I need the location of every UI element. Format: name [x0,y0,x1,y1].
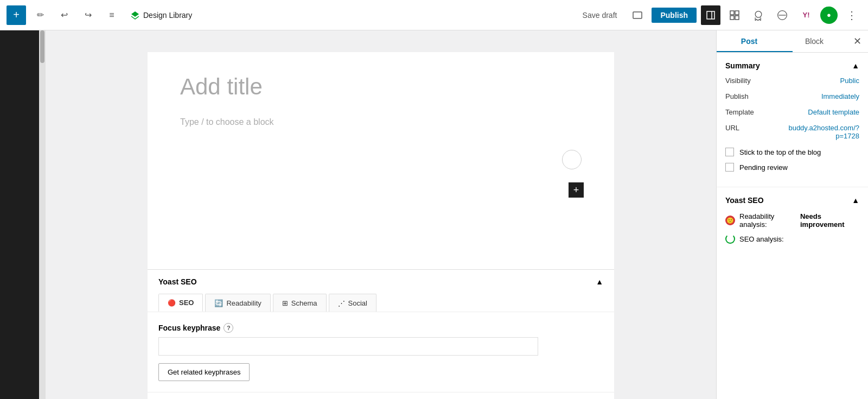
right-sidebar: Post Block ✕ Summary ▲ Visibility Public [716,30,868,399]
template-row: Template Default template [725,108,859,116]
get-related-keyphrases-button[interactable]: Get related keyphrases [158,363,250,381]
svg-point-7 [755,11,762,17]
stick-to-top-row: Stick to the top of the blog [725,148,859,156]
avatar-icon[interactable]: ● [820,7,838,24]
yoast-tab-schema[interactable]: ⊞ Schema [273,294,327,312]
focus-keyphrase-input[interactable] [158,337,538,356]
pending-review-checkbox[interactable] [725,163,734,172]
visibility-value[interactable]: Public [840,77,859,85]
preview-button[interactable] [628,5,647,25]
toolbar: + ✏ ↩ ↪ ≡ Design Library Save draft Publ… [0,0,868,30]
add-block-inline[interactable]: + [569,182,584,198]
publish-label: Publish [725,92,749,100]
svg-rect-6 [735,16,739,20]
schema-tab-label: Schema [291,299,317,307]
post-title-placeholder[interactable]: Add title [180,74,582,100]
publish-row: Publish Immediately [725,92,859,100]
yoast-collapse-icon[interactable]: ▲ [596,277,603,286]
list-view-button[interactable]: ≡ [102,5,122,25]
yoast-seo-collapse-icon[interactable]: ▲ [852,196,859,205]
tab-block[interactable]: Block [782,30,847,52]
url-row: URL buddy.a2hosted.com/?p=1728 [725,124,859,140]
yoast-header[interactable]: Yoast SEO ▲ [148,270,614,294]
design-library-button[interactable]: Design Library [126,8,196,22]
sidebar-layout-icon [706,11,715,20]
stick-to-top-checkbox[interactable] [725,148,734,156]
yoast-tab-seo[interactable]: 🔴 SEO [158,294,203,312]
editor-canvas: Add title Type / to choose a block + [148,52,614,269]
focus-keyphrase-label: Focus keyphrase ? [158,323,603,333]
editor-region: Add title Type / to choose a block + Yoa… [39,30,716,399]
yoast-header-label: Yoast SEO [158,277,197,286]
sidebar-content: Summary ▲ Visibility Public Publish Imme… [717,53,868,399]
readability-analysis-row: 🙁 Readability analysis: Needs improvemen… [725,212,859,229]
circle-icon-button[interactable] [773,5,792,25]
yoast-tab-social[interactable]: ⋰ Social [329,294,376,312]
block-placeholder[interactable]: Type / to choose a block [180,113,274,131]
brush-icon[interactable]: ✏ [30,5,50,25]
redo-button[interactable]: ↪ [78,5,98,25]
summary-section-header: Summary ▲ [725,61,859,70]
readability-analysis-label: Readability analysis: [739,212,796,229]
readability-tab-icon: 🔄 [214,299,223,307]
ghost-icon-button[interactable] [749,5,768,25]
seo-tab-icon: 🔴 [168,299,176,307]
url-value[interactable]: buddy.a2hosted.com/?p=1728 [773,124,859,140]
add-block-toolbar-button[interactable]: + [7,5,26,25]
seo-tab-label: SEO [179,299,194,307]
schema-tab-icon: ⊞ [282,299,288,307]
template-value[interactable]: Default template [808,108,859,116]
prohibition-icon [777,10,788,21]
undo-button[interactable]: ↩ [54,5,74,25]
design-library-icon [130,10,140,20]
pending-review-label: Pending review [739,163,788,172]
summary-section: Summary ▲ Visibility Public Publish Imme… [717,53,868,187]
svg-rect-1 [707,11,714,19]
yoast-tabs: 🔴 SEO 🔄 Readability ⊞ Schema ⋰ Social [148,294,614,312]
visibility-row: Visibility Public [725,77,859,85]
add-block-inline-icon[interactable]: + [569,182,584,198]
seo-analysis-row: SEO analysis: [725,234,859,244]
scroll-thumb[interactable] [40,30,44,63]
readability-tab-label: Readability [226,299,261,307]
yoast-seo-panel: Yoast SEO ▲ 🔴 SEO 🔄 Readability ⊞ Schema [148,269,614,399]
visibility-label: Visibility [725,77,751,85]
preview-icon [633,11,642,19]
editor-area: Add title Type / to choose a block + Yoa… [46,30,716,399]
social-tab-label: Social [348,299,367,307]
publish-button[interactable]: Publish [652,8,697,23]
seo-analysis-label: SEO analysis: [739,235,784,243]
main-layout: Add title Type / to choose a block + Yoa… [0,30,868,399]
more-options-button[interactable]: ⋮ [842,5,861,25]
focus-keyphrase-help-icon[interactable]: ? [224,323,233,333]
sidebar-tab-bar: Post Block ✕ [717,30,868,53]
google-preview-section: Google preview ▲ Preview as: Mobile resu… [148,392,614,399]
summary-collapse-icon[interactable]: ▲ [852,61,859,70]
yoast-seo-sidebar-section: Yoast SEO ▲ 🙁 Readability analysis: Need… [717,187,868,258]
summary-label: Summary [725,61,760,70]
vertical-scrollbar[interactable] [39,30,46,399]
drag-handle[interactable] [562,150,582,169]
yoast-seo-sidebar-header: Yoast SEO ▲ [725,196,859,205]
toolbar-right: Save draft Publish Y! ● ⋮ [576,5,861,25]
yoast-icon-button[interactable]: Y! [796,5,816,25]
design-library-label: Design Library [143,11,192,20]
ghost-icon [753,10,764,21]
pending-review-row: Pending review [725,163,859,172]
circle-handle[interactable] [562,150,582,169]
tab-indicator [717,51,793,52]
yoast-tab-readability[interactable]: 🔄 Readability [205,294,270,312]
publish-value[interactable]: Immediately [821,92,859,100]
save-draft-button[interactable]: Save draft [576,8,624,23]
readability-analysis-value: Needs improvement [800,212,859,229]
toolbar-left: + ✏ ↩ ↪ ≡ Design Library [7,5,572,25]
stick-to-top-label: Stick to the top of the blog [739,148,821,156]
svg-rect-3 [730,11,734,15]
settings-sidebar-button[interactable] [701,5,720,25]
url-label: URL [725,124,739,132]
sidebar-close-button[interactable]: ✕ [847,30,868,52]
template-label: Template [725,108,754,116]
block-editor-icon[interactable] [725,5,744,25]
readability-status-icon: 🙁 [725,216,735,225]
tab-post[interactable]: Post [717,30,782,52]
